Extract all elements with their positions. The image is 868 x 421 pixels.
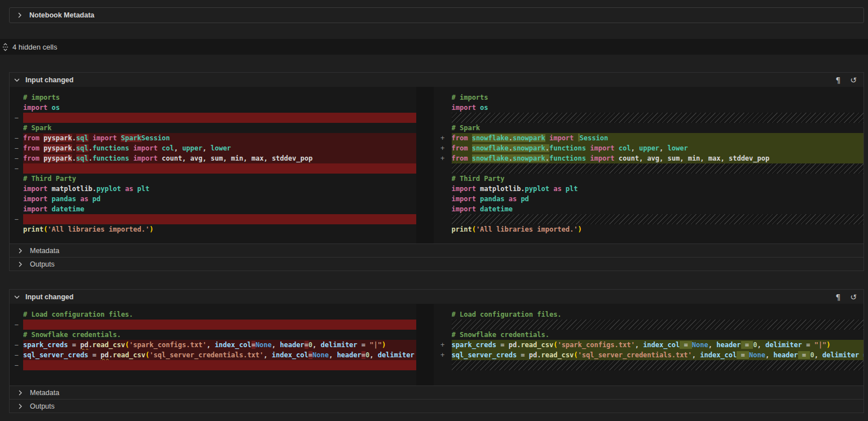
diff-gutter-marker: + <box>434 133 452 143</box>
code-text: # Load configuration files. <box>23 309 416 320</box>
code-line: # imports <box>434 92 863 103</box>
notebook-cell-diff: Input changed ¶ ↺ # importsimport os−# S… <box>9 72 864 271</box>
chevron-down-icon <box>12 293 21 302</box>
code-text: spark_creds = pd.read_csv('spark_configs… <box>23 340 416 350</box>
notebook-cell-diff: Input changed ¶ ↺ # Load configuration f… <box>9 289 864 413</box>
diff-gutter-marker: − <box>10 360 23 370</box>
code-text: # Load configuration files. <box>452 309 863 320</box>
diff-gutter <box>434 360 452 370</box>
code-text: from pyspark.sql.functions import col, u… <box>23 143 416 153</box>
cell-header[interactable]: Input changed ¶ ↺ <box>10 290 863 304</box>
code-text: spark_creds = pd.read_csv('spark_configs… <box>452 340 863 350</box>
code-line: − <box>10 113 416 123</box>
diff-gutter-marker: + <box>434 153 452 163</box>
code-line: # Spark <box>10 123 416 133</box>
whitespace-toggle-icon[interactable]: ¶ <box>832 74 844 86</box>
diff-gutter <box>10 309 23 320</box>
diff-gutter-marker: − <box>10 214 23 224</box>
code-text: # imports <box>23 92 416 103</box>
code-line: import datetime <box>434 204 863 214</box>
deleted-placeholder-hatch <box>452 320 863 330</box>
diff-editor: # importsimport os−# Spark−from pyspark.… <box>10 87 863 243</box>
chevron-right-icon <box>16 260 25 269</box>
code-line: +from snowflake.snowpark.functions impor… <box>434 143 863 153</box>
code-line: −from pyspark.sql.functions import col, … <box>10 143 416 153</box>
code-line <box>434 360 863 370</box>
code-text: import matplotlib.pyplot as plt <box>23 184 416 194</box>
code-line: −spark_creds = pd.read_csv('spark_config… <box>10 340 416 350</box>
cell-header-label: Input changed <box>25 293 73 301</box>
diff-gutter <box>434 309 452 320</box>
code-text: import os <box>23 103 416 113</box>
code-line: # Snowflake credentials. <box>434 330 863 340</box>
code-line: import pandas as pd <box>434 194 863 204</box>
code-text: from pyspark.sql.functions import count,… <box>23 153 416 163</box>
code-line: import pandas as pd <box>10 194 416 204</box>
revert-cell-icon[interactable]: ↺ <box>848 291 859 303</box>
new-code-pane[interactable]: # Load configuration files.# Snowflake c… <box>434 304 863 385</box>
diff-gutter-marker: − <box>10 340 23 350</box>
new-code-pane[interactable]: # importsimport os# Spark+from snowflake… <box>434 87 863 243</box>
cell-metadata-row[interactable]: Metadata <box>10 243 863 257</box>
code-line: +spark_creds = pd.read_csv('spark_config… <box>434 340 863 350</box>
diff-gutter <box>10 204 23 214</box>
cell-outputs-row[interactable]: Outputs <box>10 399 863 413</box>
diff-gutter <box>434 320 452 330</box>
code-line: # Snowflake credentials. <box>10 330 416 340</box>
code-line: +from snowflake.snowpark import Session <box>434 133 863 143</box>
code-text: print('All libraries imported.') <box>23 224 416 234</box>
diff-editor: # Load configuration files.−# Snowflake … <box>10 304 863 385</box>
deleted-placeholder-hatch <box>452 214 863 224</box>
whitespace-toggle-icon[interactable]: ¶ <box>832 291 844 303</box>
code-line: +sql_server_creds = pd.read_csv('sql_ser… <box>434 350 863 360</box>
cell-outputs-row[interactable]: Outputs <box>10 257 863 271</box>
deleted-placeholder-hatch <box>452 163 863 174</box>
hidden-cells-row[interactable]: 4 hidden cells <box>0 39 868 55</box>
code-text <box>23 163 416 174</box>
hidden-cells-label: 4 hidden cells <box>12 43 58 51</box>
diff-gutter-marker: − <box>10 113 23 123</box>
diff-gutter <box>434 174 452 184</box>
code-line: − <box>10 320 416 330</box>
diff-gutter <box>10 184 23 194</box>
code-text <box>23 214 416 224</box>
code-text: # imports <box>452 92 863 103</box>
notebook-metadata-header[interactable]: Notebook Metadata <box>9 7 864 23</box>
chevron-right-icon <box>16 246 25 255</box>
code-line: # Third Party <box>10 174 416 184</box>
chevron-right-icon <box>16 402 25 411</box>
code-line: −from pyspark.sql.functions import count… <box>10 153 416 163</box>
code-line: print('All libraries imported.') <box>10 224 416 234</box>
code-line <box>434 214 863 224</box>
code-text: # Snowflake credentials. <box>452 330 863 340</box>
deleted-placeholder-hatch <box>452 113 863 123</box>
code-line: # Load configuration files. <box>434 309 863 320</box>
diff-gutter <box>434 224 452 234</box>
code-line: import os <box>434 103 863 113</box>
diff-gutter <box>10 224 23 234</box>
diff-gutter <box>10 123 23 133</box>
revert-cell-icon[interactable]: ↺ <box>848 74 859 86</box>
cell-metadata-row[interactable]: Metadata <box>10 385 863 399</box>
old-code-pane[interactable]: # importsimport os−# Spark−from pyspark.… <box>10 87 416 243</box>
diff-gutter <box>434 103 452 113</box>
code-text: from snowflake.snowpark.functions import… <box>452 153 863 163</box>
code-line: import os <box>10 103 416 113</box>
code-text: print('All libraries imported.') <box>452 224 863 234</box>
code-text: sql_server_creds = pd.read_csv('sql_serv… <box>23 350 416 360</box>
code-text: import datetime <box>452 204 863 214</box>
code-text: from pyspark.sql import SparkSession <box>23 133 416 143</box>
diff-gutter <box>434 330 452 340</box>
code-line <box>434 163 863 174</box>
code-line <box>434 320 863 330</box>
code-line: import datetime <box>10 204 416 214</box>
code-text: import os <box>452 103 863 113</box>
diff-gutter <box>434 214 452 224</box>
diff-gutter <box>434 204 452 214</box>
old-code-pane[interactable]: # Load configuration files.−# Snowflake … <box>10 304 416 385</box>
cell-header[interactable]: Input changed ¶ ↺ <box>10 73 863 87</box>
diff-gutter <box>10 174 23 184</box>
code-text: from snowflake.snowpark.functions import… <box>452 143 863 153</box>
code-text: from snowflake.snowpark import Session <box>452 133 863 143</box>
cell-outputs-label: Outputs <box>30 260 55 268</box>
